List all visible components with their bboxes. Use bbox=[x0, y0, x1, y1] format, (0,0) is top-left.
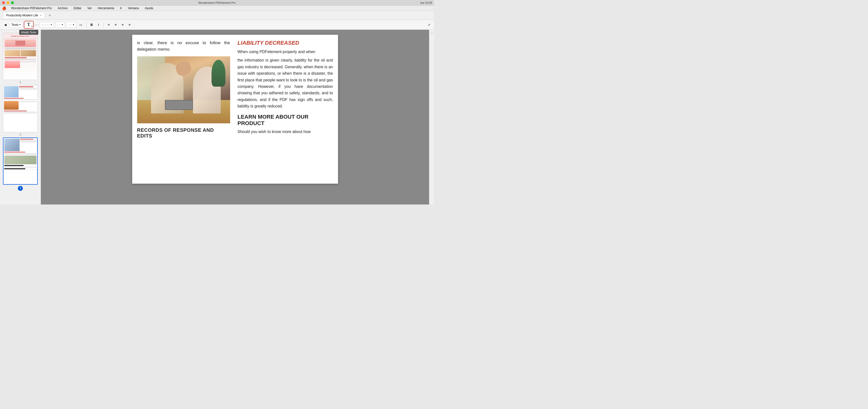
page-thumb-3[interactable] bbox=[3, 138, 38, 185]
italic-button[interactable]: I bbox=[95, 22, 101, 28]
right-panel-icon[interactable]: ⤢ bbox=[431, 32, 433, 34]
align-center-button[interactable]: ≡ bbox=[113, 22, 119, 28]
chevron-down-icon: ▼ bbox=[50, 24, 52, 26]
liability-body: the information is given clearly, liabil… bbox=[238, 57, 333, 110]
text-mode-label: Texto bbox=[11, 23, 19, 27]
bold-icon: B bbox=[91, 23, 93, 27]
bold-button[interactable]: B bbox=[89, 22, 94, 28]
title-bar-right: Jue 10:29 bbox=[420, 1, 432, 4]
text-tool-wrapper: T ↗ Añadir Texto bbox=[24, 21, 34, 29]
apple-menu[interactable]: 🍎 bbox=[2, 6, 6, 10]
tab-bar: Productivity Modern Life ✕ + bbox=[0, 11, 434, 20]
separator-1 bbox=[86, 22, 87, 28]
text-box-button[interactable]: ▭ bbox=[77, 21, 84, 28]
menu-bar: 🍎 Wondershare PDFelement Pro Archivo Edi… bbox=[0, 5, 434, 11]
traffic-lights[interactable] bbox=[2, 1, 14, 4]
maximize-button[interactable] bbox=[11, 1, 14, 4]
align-left-button[interactable]: ≡ bbox=[106, 22, 112, 28]
menu-app-name[interactable]: Wondershare PDFelement Pro bbox=[10, 6, 53, 10]
align-center-icon: ≡ bbox=[115, 23, 117, 27]
liability-intro: When using PDFelement properly and when bbox=[238, 49, 333, 55]
menu-ver[interactable]: Ver bbox=[86, 6, 93, 10]
time-display: Jue 10:29 bbox=[420, 1, 432, 4]
tab-label: Productivity Modern Life bbox=[6, 13, 38, 17]
toolbar: ◀ Texto ▼ T ↗ Añadir Texto — ──── ▼ ── ▼… bbox=[0, 20, 434, 30]
text-icon: T bbox=[27, 22, 30, 27]
close-button[interactable] bbox=[2, 1, 5, 4]
chevron-down-icon: ▼ bbox=[19, 24, 21, 26]
back-button[interactable]: ◀ bbox=[2, 21, 9, 28]
app-window: Productivity Modern Life ✕ + ◀ Texto ▼ T… bbox=[0, 11, 434, 204]
liability-heading: LIABILITY DECREASED bbox=[238, 40, 333, 46]
col-right: LIABILITY DECREASED When using PDFelemen… bbox=[235, 35, 338, 146]
page-2-number: 2 bbox=[1, 133, 40, 136]
learn-heading: LEARN MORE ABOUT OUR PRODUCT bbox=[238, 114, 333, 126]
records-heading: RECORDS OF RESPONSE AND EDITS bbox=[137, 127, 230, 139]
pdf-page: is clear, there is no excuse to follow t… bbox=[132, 35, 338, 184]
menu-herramienta[interactable]: Herramienta bbox=[97, 6, 115, 10]
menu-ventana[interactable]: Ventana bbox=[127, 6, 140, 10]
align-left-icon: ≡ bbox=[108, 23, 110, 27]
italic-icon: I bbox=[98, 23, 99, 27]
tab-close-icon[interactable]: ✕ bbox=[40, 14, 42, 17]
promote-text: PROMOTE PRODUCTIVITY bbox=[11, 35, 30, 37]
page-3-badge: 3 bbox=[18, 186, 23, 191]
font-size-label: ── bbox=[57, 23, 61, 27]
text-mode-dropdown[interactable]: Texto ▼ bbox=[10, 22, 23, 28]
menu-editar[interactable]: Editar bbox=[73, 6, 82, 10]
expand-icon: ⤢ bbox=[428, 23, 431, 27]
font-color-dropdown[interactable]: ── ▼ bbox=[66, 22, 76, 28]
minimize-button[interactable] bbox=[6, 1, 9, 4]
title-bar: Wondershare PDFelement Pro Jue 10:29 bbox=[0, 0, 434, 5]
align-justify-button[interactable]: ≡ bbox=[126, 22, 132, 28]
page-1-number: 1 bbox=[1, 81, 40, 84]
font-color-label: ── bbox=[68, 23, 72, 27]
app-title: Wondershare PDFelement Pro bbox=[14, 1, 420, 4]
font-size-dropdown[interactable]: ── ▼ bbox=[55, 22, 65, 28]
menu-archivo[interactable]: Archivo bbox=[57, 6, 69, 10]
page-thumb-1[interactable]: PROMOTE PRODUCTIVITY bbox=[3, 33, 38, 80]
toolbar-right: ⤢ bbox=[426, 22, 432, 28]
learn-intro: Should you wish to know more about how bbox=[238, 128, 333, 135]
col-left: is clear, there is no excuse to follow t… bbox=[132, 35, 235, 146]
page-image bbox=[137, 56, 230, 123]
tab-productivity[interactable]: Productivity Modern Life ✕ bbox=[3, 12, 45, 19]
font-family-label: ──── bbox=[41, 23, 50, 27]
expand-button[interactable]: ⤢ bbox=[426, 22, 432, 28]
menu-ir[interactable]: Ir bbox=[119, 6, 123, 10]
tab-add-button[interactable]: + bbox=[47, 12, 53, 18]
chevron-down-icon: ▼ bbox=[62, 24, 63, 26]
right-panel: ⤢ bbox=[429, 30, 434, 204]
page-content: is clear, there is no excuse to follow t… bbox=[132, 35, 338, 146]
tooltip: Añadir Texto bbox=[19, 30, 38, 35]
intro-text: is clear, there is no excuse to follow t… bbox=[137, 40, 230, 52]
cursor-icon: ↗ bbox=[31, 25, 33, 28]
pdf-viewer[interactable]: is clear, there is no excuse to follow t… bbox=[41, 30, 429, 204]
text-box-icon: ▭ bbox=[80, 23, 82, 27]
align-justify-icon: ≡ bbox=[129, 23, 131, 27]
page-thumb-2[interactable] bbox=[3, 85, 38, 132]
add-text-button[interactable]: T ↗ bbox=[24, 21, 34, 29]
chevron-down-icon: ▼ bbox=[73, 24, 75, 26]
dash-separator: — bbox=[35, 23, 39, 27]
back-icon: ◀ bbox=[4, 23, 6, 27]
main-layout: PROMOTE PRODUCTIVITY bbox=[0, 30, 434, 204]
align-right-icon: ≡ bbox=[122, 23, 124, 27]
align-right-button[interactable]: ≡ bbox=[120, 22, 125, 28]
separator-2 bbox=[103, 22, 104, 28]
sidebar: PROMOTE PRODUCTIVITY bbox=[0, 30, 41, 204]
menu-ayuda[interactable]: Ayuda bbox=[144, 6, 154, 10]
font-family-dropdown[interactable]: ──── ▼ bbox=[40, 22, 54, 28]
